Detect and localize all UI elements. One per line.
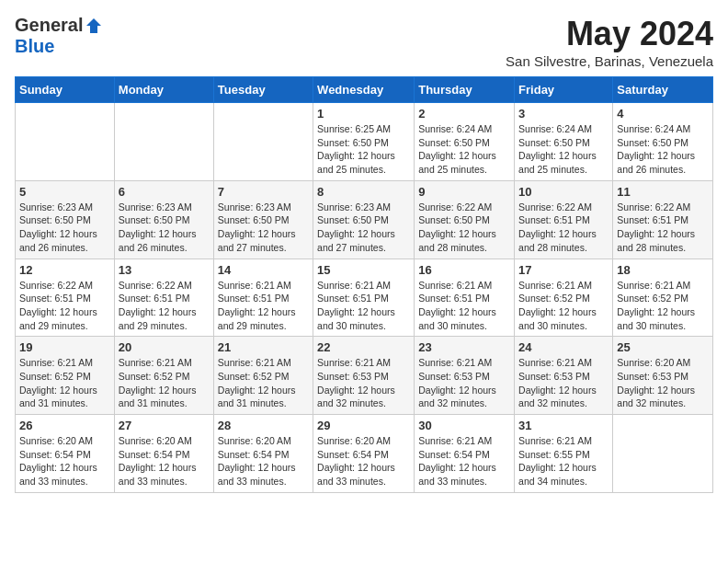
day-info: Sunrise: 6:22 AM Sunset: 6:51 PM Dayligh… [617, 201, 709, 255]
day-header-sunday: Sunday [16, 77, 115, 103]
logo: General Blue [15, 15, 103, 57]
calendar-cell: 18Sunrise: 6:21 AM Sunset: 6:52 PM Dayli… [613, 259, 713, 337]
calendar-cell [16, 103, 115, 181]
day-header-friday: Friday [515, 77, 613, 103]
calendar-cell: 26Sunrise: 6:20 AM Sunset: 6:54 PM Dayli… [16, 415, 115, 493]
calendar-cell: 12Sunrise: 6:22 AM Sunset: 6:51 PM Dayli… [16, 259, 115, 337]
day-info: Sunrise: 6:20 AM Sunset: 6:53 PM Dayligh… [617, 356, 709, 410]
day-number: 29 [317, 419, 410, 432]
day-number: 31 [518, 419, 609, 432]
day-info: Sunrise: 6:21 AM Sunset: 6:51 PM Dayligh… [317, 279, 410, 333]
day-info: Sunrise: 6:21 AM Sunset: 6:53 PM Dayligh… [418, 356, 510, 410]
calendar-cell: 17Sunrise: 6:21 AM Sunset: 6:52 PM Dayli… [515, 259, 613, 337]
day-info: Sunrise: 6:20 AM Sunset: 6:54 PM Dayligh… [218, 434, 309, 488]
day-number: 2 [418, 107, 510, 121]
day-info: Sunrise: 6:23 AM Sunset: 6:50 PM Dayligh… [317, 201, 410, 255]
day-number: 30 [418, 419, 510, 432]
title-section: May 2024 San Silvestre, Barinas, Venezue… [506, 15, 713, 69]
calendar-cell: 13Sunrise: 6:22 AM Sunset: 6:51 PM Dayli… [114, 259, 213, 337]
day-number: 18 [617, 263, 709, 277]
day-info: Sunrise: 6:23 AM Sunset: 6:50 PM Dayligh… [218, 201, 309, 255]
day-number: 14 [218, 263, 309, 277]
calendar-cell [613, 415, 713, 493]
day-header-saturday: Saturday [613, 77, 713, 103]
calendar-cell: 19Sunrise: 6:21 AM Sunset: 6:52 PM Dayli… [16, 337, 115, 415]
calendar-cell [213, 103, 313, 181]
calendar-cell: 3Sunrise: 6:24 AM Sunset: 6:50 PM Daylig… [515, 103, 613, 181]
calendar-cell: 25Sunrise: 6:20 AM Sunset: 6:53 PM Dayli… [613, 337, 713, 415]
calendar-cell: 31Sunrise: 6:21 AM Sunset: 6:55 PM Dayli… [515, 415, 613, 493]
day-info: Sunrise: 6:21 AM Sunset: 6:52 PM Dayligh… [218, 356, 309, 410]
calendar-cell: 8Sunrise: 6:23 AM Sunset: 6:50 PM Daylig… [313, 180, 415, 259]
day-number: 27 [119, 419, 210, 432]
day-number: 19 [19, 340, 110, 354]
calendar-cell: 23Sunrise: 6:21 AM Sunset: 6:53 PM Dayli… [415, 337, 515, 415]
calendar-cell: 10Sunrise: 6:22 AM Sunset: 6:51 PM Dayli… [515, 180, 613, 259]
calendar-week-row: 5Sunrise: 6:23 AM Sunset: 6:50 PM Daylig… [16, 180, 713, 259]
day-header-thursday: Thursday [415, 77, 515, 103]
day-info: Sunrise: 6:22 AM Sunset: 6:51 PM Dayligh… [119, 279, 210, 333]
calendar-cell: 7Sunrise: 6:23 AM Sunset: 6:50 PM Daylig… [213, 180, 313, 259]
day-header-monday: Monday [114, 77, 213, 103]
calendar-week-row: 19Sunrise: 6:21 AM Sunset: 6:52 PM Dayli… [16, 337, 713, 415]
day-number: 9 [418, 185, 510, 199]
day-number: 24 [518, 340, 609, 354]
calendar-header-row: SundayMondayTuesdayWednesdayThursdayFrid… [16, 77, 713, 103]
day-info: Sunrise: 6:21 AM Sunset: 6:52 PM Dayligh… [119, 356, 210, 410]
calendar-cell: 15Sunrise: 6:21 AM Sunset: 6:51 PM Dayli… [313, 259, 415, 337]
day-number: 17 [518, 263, 609, 277]
day-info: Sunrise: 6:23 AM Sunset: 6:50 PM Dayligh… [119, 201, 210, 255]
day-info: Sunrise: 6:21 AM Sunset: 6:51 PM Dayligh… [418, 279, 510, 333]
day-info: Sunrise: 6:20 AM Sunset: 6:54 PM Dayligh… [317, 434, 410, 488]
calendar-cell: 11Sunrise: 6:22 AM Sunset: 6:51 PM Dayli… [613, 180, 713, 259]
day-info: Sunrise: 6:25 AM Sunset: 6:50 PM Dayligh… [317, 122, 410, 177]
day-info: Sunrise: 6:21 AM Sunset: 6:52 PM Dayligh… [19, 356, 110, 410]
page-header: General Blue May 2024 San Silvestre, Bar… [15, 15, 713, 69]
calendar-cell: 1Sunrise: 6:25 AM Sunset: 6:50 PM Daylig… [313, 103, 415, 181]
day-number: 10 [518, 185, 609, 199]
day-number: 11 [617, 185, 709, 199]
calendar-cell: 22Sunrise: 6:21 AM Sunset: 6:53 PM Dayli… [313, 337, 415, 415]
day-info: Sunrise: 6:22 AM Sunset: 6:51 PM Dayligh… [518, 201, 609, 255]
calendar-cell: 30Sunrise: 6:21 AM Sunset: 6:54 PM Dayli… [415, 415, 515, 493]
day-info: Sunrise: 6:21 AM Sunset: 6:53 PM Dayligh… [518, 356, 609, 410]
day-number: 21 [218, 340, 309, 354]
calendar-cell: 27Sunrise: 6:20 AM Sunset: 6:54 PM Dayli… [114, 415, 213, 493]
day-header-wednesday: Wednesday [313, 77, 415, 103]
calendar-cell: 4Sunrise: 6:24 AM Sunset: 6:50 PM Daylig… [613, 103, 713, 181]
day-number: 13 [119, 263, 210, 277]
day-info: Sunrise: 6:22 AM Sunset: 6:51 PM Dayligh… [19, 279, 110, 333]
logo-icon [85, 17, 103, 35]
calendar-week-row: 12Sunrise: 6:22 AM Sunset: 6:51 PM Dayli… [16, 259, 713, 337]
day-number: 1 [317, 107, 410, 121]
day-number: 28 [218, 419, 309, 432]
day-info: Sunrise: 6:24 AM Sunset: 6:50 PM Dayligh… [418, 122, 510, 177]
calendar-cell: 29Sunrise: 6:20 AM Sunset: 6:54 PM Dayli… [313, 415, 415, 493]
day-info: Sunrise: 6:24 AM Sunset: 6:50 PM Dayligh… [518, 122, 609, 177]
calendar-week-row: 1Sunrise: 6:25 AM Sunset: 6:50 PM Daylig… [16, 103, 713, 181]
calendar-cell: 20Sunrise: 6:21 AM Sunset: 6:52 PM Dayli… [114, 337, 213, 415]
calendar-table: SundayMondayTuesdayWednesdayThursdayFrid… [15, 76, 713, 493]
day-number: 5 [19, 185, 110, 199]
day-number: 6 [119, 185, 210, 199]
day-info: Sunrise: 6:22 AM Sunset: 6:50 PM Dayligh… [418, 201, 510, 255]
day-number: 15 [317, 263, 410, 277]
day-info: Sunrise: 6:20 AM Sunset: 6:54 PM Dayligh… [19, 434, 110, 488]
day-info: Sunrise: 6:21 AM Sunset: 6:52 PM Dayligh… [617, 279, 709, 333]
day-info: Sunrise: 6:21 AM Sunset: 6:52 PM Dayligh… [518, 279, 609, 333]
day-number: 22 [317, 340, 410, 354]
day-number: 16 [418, 263, 510, 277]
day-info: Sunrise: 6:23 AM Sunset: 6:50 PM Dayligh… [19, 201, 110, 255]
calendar-cell [114, 103, 213, 181]
calendar-cell: 28Sunrise: 6:20 AM Sunset: 6:54 PM Dayli… [213, 415, 313, 493]
day-number: 8 [317, 185, 410, 199]
day-number: 20 [119, 340, 210, 354]
month-title: May 2024 [506, 15, 713, 53]
day-number: 26 [19, 419, 110, 432]
day-number: 25 [617, 340, 709, 354]
calendar-cell: 14Sunrise: 6:21 AM Sunset: 6:51 PM Dayli… [213, 259, 313, 337]
calendar-cell: 9Sunrise: 6:22 AM Sunset: 6:50 PM Daylig… [415, 180, 515, 259]
location-subtitle: San Silvestre, Barinas, Venezuela [506, 53, 713, 69]
day-info: Sunrise: 6:24 AM Sunset: 6:50 PM Dayligh… [617, 122, 709, 177]
day-info: Sunrise: 6:21 AM Sunset: 6:51 PM Dayligh… [218, 279, 309, 333]
